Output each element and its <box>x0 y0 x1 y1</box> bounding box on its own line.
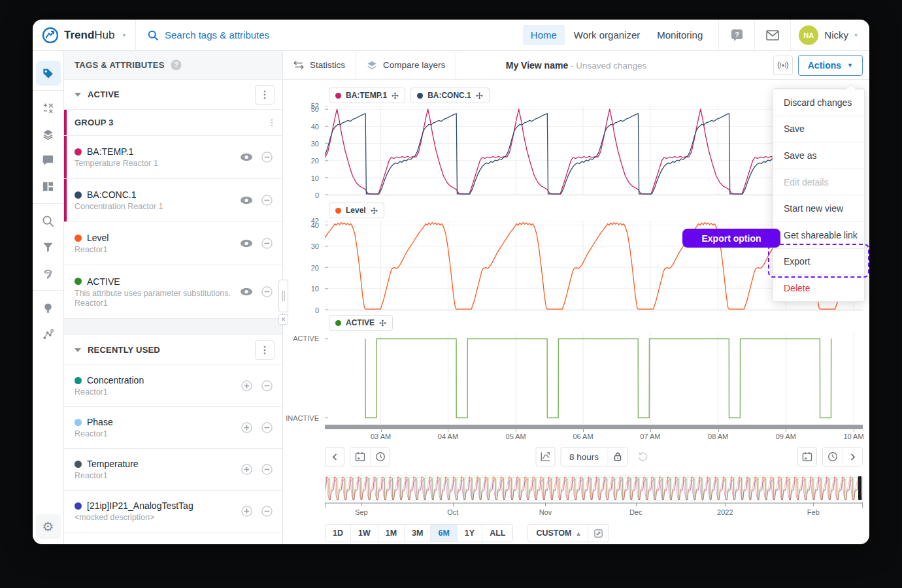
nav-item-home[interactable]: Home <box>523 25 565 45</box>
brand-logo[interactable]: TrendHub ▾ <box>33 20 136 50</box>
remove-circle-icon[interactable] <box>261 194 273 206</box>
recent-tag-row[interactable]: Phase Reactor1 <box>64 407 282 449</box>
section-menu-button[interactable] <box>255 85 275 105</box>
rail-item-calculations[interactable] <box>36 95 61 120</box>
tag-name: BA:CONC.1 <box>87 189 136 200</box>
remove-circle-icon[interactable] <box>261 237 273 250</box>
legend-chip[interactable]: ACTIVE <box>329 315 393 331</box>
rail-item-suggestions[interactable] <box>36 295 61 320</box>
eye-icon[interactable] <box>240 153 253 161</box>
range-1d[interactable]: 1D <box>326 525 350 542</box>
plot-area[interactable] <box>325 333 863 423</box>
tags-attributes-panel: TAGS & ATTRIBUTES ? ACTIVE <box>64 51 283 544</box>
remove-circle-icon[interactable] <box>261 505 273 517</box>
rail-item-layers[interactable] <box>36 122 61 146</box>
expand-range-button[interactable] <box>588 525 609 542</box>
panel-collapse-button[interactable]: ✕ <box>278 314 288 325</box>
help-circle-icon[interactable]: ? <box>171 59 182 71</box>
compress-signal-button[interactable] <box>535 447 555 466</box>
settings-button[interactable]: ⚙ <box>36 514 61 539</box>
messages-button[interactable] <box>763 25 782 45</box>
tag-description-2: Reactor1 <box>75 299 231 308</box>
legend-chip[interactable]: BA:TEMP.1 <box>329 88 405 103</box>
range-1y[interactable]: 1Y <box>457 525 482 542</box>
rail-item-filter[interactable] <box>36 235 61 259</box>
rail-item-search[interactable] <box>36 208 61 233</box>
rail-item-comments[interactable] <box>36 148 61 172</box>
menu-item-export[interactable]: Export <box>773 248 864 275</box>
panel-resize-handle[interactable] <box>278 280 288 312</box>
search-input[interactable]: Search tags & attributes <box>136 29 523 41</box>
recent-tag-row[interactable]: Temperature Reactor1 <box>64 449 282 491</box>
move-icon[interactable] <box>379 319 386 327</box>
section-header-active[interactable]: ACTIVE <box>64 80 282 110</box>
end-date-button[interactable] <box>797 447 817 466</box>
time-axis-scrollbar[interactable] <box>325 425 863 429</box>
range-1m[interactable]: 1M <box>378 525 404 542</box>
eye-icon[interactable] <box>240 196 253 204</box>
section-header-recently-used[interactable]: RECENTLY USED <box>64 335 282 365</box>
tag-row[interactable]: ACTIVE This attribute uses parameter sub… <box>64 265 282 319</box>
overview-minimap[interactable] <box>325 476 863 500</box>
chart-panel-digital[interactable]: ACTIVEINACTIVE <box>283 333 869 423</box>
nav-item-monitoring[interactable]: Monitoring <box>649 25 710 45</box>
remove-circle-icon[interactable] <box>261 380 273 392</box>
add-circle-icon[interactable] <box>241 463 253 476</box>
recent-tag-row[interactable]: [21ip]IP21_AnalogTestTag <mocked descrip… <box>64 491 282 532</box>
tag-row[interactable]: BA:TEMP.1 Temperature Reactor 1 <box>64 136 282 179</box>
range-6m[interactable]: 6M <box>430 525 456 542</box>
move-icon[interactable] <box>392 92 399 99</box>
reset-time-button[interactable] <box>633 447 652 466</box>
kebab-icon[interactable] <box>271 119 273 127</box>
compare-layers-button[interactable]: Compare layers <box>356 51 456 79</box>
pan-left-button[interactable] <box>325 447 344 466</box>
remove-circle-icon[interactable] <box>261 151 273 163</box>
section-menu-button[interactable] <box>255 340 275 360</box>
move-icon[interactable] <box>371 207 378 214</box>
legend-chip[interactable]: BA:CONC.1 <box>410 88 490 103</box>
range-1w[interactable]: 1W <box>350 525 378 542</box>
pan-right-button[interactable] <box>843 448 862 466</box>
rail-item-fingerprint[interactable] <box>36 261 61 286</box>
menu-item-start-new-view[interactable]: Start new view <box>773 195 864 221</box>
group-header[interactable]: GROUP 3 <box>64 110 282 136</box>
range-custom[interactable]: CUSTOM ▴ <box>528 525 588 542</box>
menu-item-save-as[interactable]: Save as <box>773 142 864 169</box>
eye-icon[interactable] <box>240 239 253 248</box>
rail-item-dashboard[interactable] <box>36 174 61 199</box>
add-circle-icon[interactable] <box>241 380 253 392</box>
remove-circle-icon[interactable] <box>261 421 273 434</box>
legend-chip[interactable]: Level <box>329 203 384 218</box>
rail-item-tags[interactable] <box>36 61 61 86</box>
add-circle-icon[interactable] <box>241 505 253 517</box>
minimap-selection-handle[interactable] <box>858 476 861 500</box>
menu-item-delete[interactable]: Delete <box>773 274 864 301</box>
nav-item-work-organizer[interactable]: Work organizer <box>566 25 648 45</box>
rail-item-connections[interactable] <box>36 321 61 346</box>
help-button[interactable]: ? <box>727 25 746 45</box>
brand-chevron-down-icon[interactable]: ▾ <box>122 31 125 39</box>
tag-row[interactable]: BA:CONC.1 Concentration Reactor 1 <box>64 179 282 222</box>
actions-button[interactable]: Actions ▼ <box>798 55 863 76</box>
user-menu[interactable]: NA Nicky ▾ <box>799 25 869 45</box>
end-time-button[interactable] <box>823 448 843 466</box>
lock-duration-button[interactable] <box>607 448 627 466</box>
live-broadcast-button[interactable] <box>773 56 793 75</box>
gear-icon: ⚙ <box>42 519 54 534</box>
recent-tag-row[interactable]: Concentration Reactor1 <box>64 365 282 407</box>
duration-value[interactable]: 8 hours <box>561 448 607 466</box>
range-3m[interactable]: 3M <box>404 525 430 542</box>
start-time-button[interactable] <box>370 448 390 466</box>
remove-circle-icon[interactable] <box>261 286 273 298</box>
tag-row[interactable]: Level Reactor1 <box>64 222 282 265</box>
eye-icon[interactable] <box>240 287 253 296</box>
add-circle-icon[interactable] <box>241 421 253 434</box>
move-icon[interactable] <box>476 92 483 99</box>
menu-item-get-shareable-link[interactable]: Get shareable link <box>773 221 864 248</box>
panel-header: TAGS & ATTRIBUTES ? <box>64 51 282 80</box>
range-all[interactable]: ALL <box>482 525 512 542</box>
menu-item-save[interactable]: Save <box>773 116 864 142</box>
remove-circle-icon[interactable] <box>261 463 273 476</box>
start-date-button[interactable] <box>350 448 370 466</box>
statistics-button[interactable]: Statistics <box>283 51 356 79</box>
